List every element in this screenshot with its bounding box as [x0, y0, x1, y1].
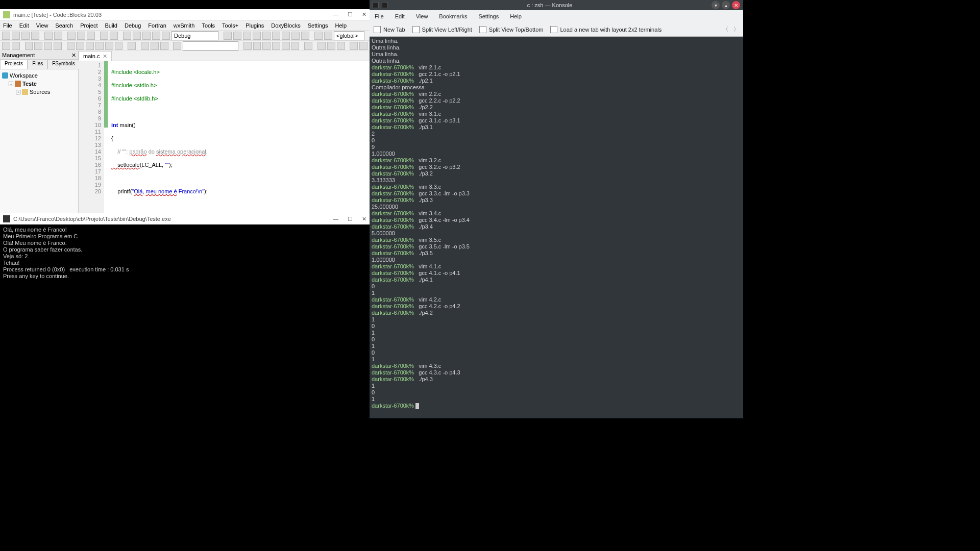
- tab-close-icon[interactable]: ✕: [103, 53, 107, 60]
- console-titlebar[interactable]: C:\Users\Franco\Desktop\cb\Projeto\Teste…: [0, 213, 370, 224]
- tab-projects[interactable]: Projects: [0, 59, 28, 69]
- console-output[interactable]: Olá, meu nome é Franco!Meu Primeiro Prog…: [0, 224, 370, 282]
- paste-icon[interactable]: [87, 32, 95, 40]
- fortran-icon[interactable]: [350, 42, 358, 50]
- minimize-button[interactable]: —: [333, 216, 338, 222]
- spell-icon[interactable]: [337, 42, 345, 50]
- next-instr-icon[interactable]: [272, 32, 280, 40]
- doxy-chm-icon[interactable]: [105, 42, 113, 50]
- save-all-icon[interactable]: [31, 32, 39, 40]
- open-file-icon[interactable]: [12, 32, 20, 40]
- menu-wxsmith[interactable]: wxSmith: [174, 22, 195, 29]
- build-target-select[interactable]: Debug: [172, 31, 218, 40]
- run-script-icon[interactable]: [173, 42, 181, 50]
- search-input[interactable]: [183, 41, 238, 51]
- minimize-button[interactable]: —: [333, 11, 338, 18]
- run-to-cursor-icon[interactable]: [233, 32, 241, 40]
- menu-edit[interactable]: Edit: [19, 22, 29, 29]
- tab-files[interactable]: Files: [28, 59, 47, 69]
- maximize-button[interactable]: ☐: [348, 11, 353, 18]
- debug-start-icon[interactable]: [224, 32, 232, 40]
- menu-edit[interactable]: Edit: [395, 13, 405, 19]
- new-tab-button[interactable]: New Tab: [374, 26, 405, 33]
- build-icon[interactable]: [123, 32, 131, 40]
- menu-file[interactable]: File: [375, 13, 384, 19]
- rebuild-icon[interactable]: [152, 32, 160, 40]
- tree-sources[interactable]: +Sources: [2, 88, 76, 96]
- load-layout-button[interactable]: Load a new tab with layout 2x2 terminals: [550, 26, 662, 33]
- menu-settings[interactable]: Settings: [478, 13, 499, 19]
- tab-fsymbols[interactable]: FSymbols: [47, 59, 79, 69]
- bookmark-prev-icon[interactable]: [34, 42, 42, 50]
- step-instr-icon[interactable]: [282, 32, 290, 40]
- build-run-icon[interactable]: [142, 32, 151, 40]
- stop-debug-icon[interactable]: [301, 32, 309, 40]
- minimize-button[interactable]: ▾: [712, 1, 720, 9]
- menu-doxyblocks[interactable]: DoxyBlocks: [271, 22, 300, 29]
- regex-icon[interactable]: [282, 42, 290, 50]
- match-case-icon[interactable]: [272, 42, 280, 50]
- tab-next-icon[interactable]: 〉: [733, 26, 739, 33]
- copy-icon[interactable]: [77, 32, 85, 40]
- editor-tab-main[interactable]: main.c✕: [79, 51, 112, 61]
- split-lr-button[interactable]: Split View Left/Right: [412, 26, 472, 33]
- expand-icon[interactable]: +: [16, 90, 20, 94]
- menu-view[interactable]: View: [36, 22, 48, 29]
- highlight-all-icon[interactable]: [262, 42, 271, 50]
- back-icon[interactable]: [2, 42, 10, 50]
- menu-tools[interactable]: Tools: [202, 22, 215, 29]
- jump-fwd-icon[interactable]: [151, 42, 159, 50]
- menu-project[interactable]: Project: [80, 22, 97, 29]
- codeblocks-titlebar[interactable]: main.c [Teste] - Code::Blocks 20.03 — ☐ …: [0, 9, 370, 20]
- doxy-config-icon[interactable]: [115, 42, 123, 50]
- close-button[interactable]: ✕: [362, 216, 366, 222]
- regex-test-icon[interactable]: [317, 42, 326, 50]
- save-icon[interactable]: [21, 32, 30, 40]
- jump-back-icon[interactable]: [141, 42, 149, 50]
- menu-help[interactable]: Help: [510, 13, 522, 19]
- prev-result-icon[interactable]: [243, 42, 252, 50]
- menu-bookmarks[interactable]: Bookmarks: [439, 13, 467, 19]
- next-line-icon[interactable]: [243, 32, 251, 40]
- record-icon[interactable]: [304, 42, 312, 50]
- split-tb-button[interactable]: Split View Top/Bottom: [479, 26, 544, 33]
- doxy-block-icon[interactable]: [76, 42, 84, 50]
- doxy-icon[interactable]: [67, 42, 75, 50]
- close-button[interactable]: ✕: [732, 1, 740, 9]
- menu-build[interactable]: Build: [105, 22, 117, 29]
- highlight-icon[interactable]: [128, 42, 136, 50]
- menu-help[interactable]: Help: [335, 22, 347, 29]
- menu-view[interactable]: View: [416, 13, 428, 19]
- run-icon[interactable]: [133, 32, 141, 40]
- tree-project[interactable]: -Teste: [2, 80, 76, 88]
- expand-icon[interactable]: -: [9, 82, 13, 86]
- konsole-output[interactable]: Uma linha.Outra linha.Uma linha.Outra li…: [370, 37, 743, 418]
- doxy-line-icon[interactable]: [86, 42, 94, 50]
- jump-frame-icon[interactable]: [160, 42, 168, 50]
- scope-select[interactable]: <global>: [334, 31, 364, 40]
- menu-debug[interactable]: Debug: [125, 22, 141, 29]
- pin-icon[interactable]: [382, 2, 388, 8]
- bookmark-toggle-icon[interactable]: [25, 42, 33, 50]
- find-icon[interactable]: [100, 32, 108, 40]
- terminal-prompt[interactable]: darkstar-6700k%: [372, 403, 741, 409]
- menu-fortran[interactable]: Fortran: [148, 22, 166, 29]
- undo-icon[interactable]: [44, 32, 53, 40]
- bookmark-next-icon[interactable]: [44, 42, 52, 50]
- menu-search[interactable]: Search: [55, 22, 73, 29]
- info-icon[interactable]: [324, 32, 332, 40]
- konsole-titlebar[interactable]: c : zsh — Konsole ▾ ▴ ✕: [370, 0, 743, 10]
- menu-toolsplus[interactable]: Tools+: [222, 22, 238, 29]
- menu-plugins[interactable]: Plugins: [246, 22, 264, 29]
- doxy-run-icon[interactable]: [95, 42, 104, 50]
- cut-icon[interactable]: [67, 32, 76, 40]
- menu-settings[interactable]: Settings: [308, 22, 328, 29]
- replace-icon[interactable]: [110, 32, 118, 40]
- whole-word-icon[interactable]: [291, 42, 300, 50]
- abort-icon[interactable]: [162, 32, 170, 40]
- bookmark-clear-icon[interactable]: [54, 42, 62, 50]
- tab-prev-icon[interactable]: 〈: [723, 26, 728, 33]
- redo-icon[interactable]: [54, 32, 62, 40]
- maximize-button[interactable]: ▴: [722, 1, 730, 9]
- step-into-icon[interactable]: [253, 32, 261, 40]
